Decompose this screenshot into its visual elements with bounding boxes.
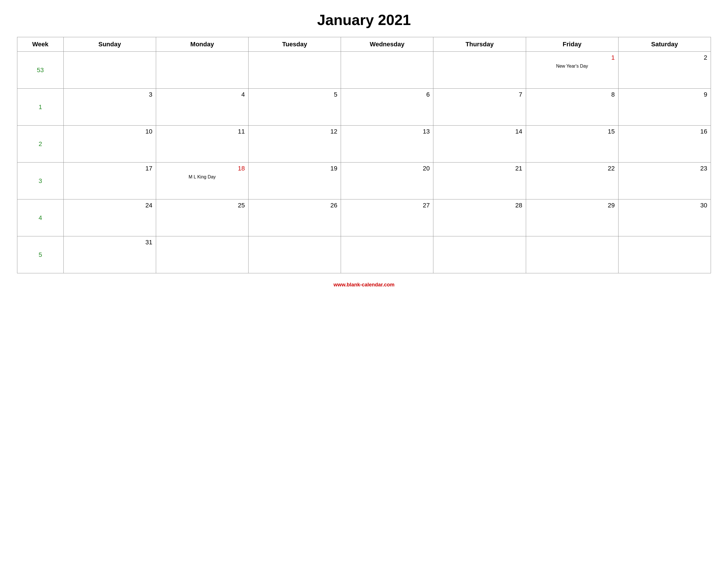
day-cell-saturday: 30 (618, 200, 711, 237)
week-number-cell: 53 (17, 52, 64, 89)
day-number: 23 (622, 165, 707, 172)
week-number-cell: 5 (17, 237, 64, 273)
day-cell-thursday: 14 (433, 126, 526, 163)
day-cell-thursday: 28 (433, 200, 526, 237)
day-cell-monday (156, 52, 248, 89)
week-number: 3 (39, 177, 42, 185)
day-cell-wednesday (341, 52, 433, 89)
calendar-row: 31718M L King Day1920212223 (17, 163, 711, 200)
column-header-friday: Friday (526, 37, 618, 52)
day-number: 14 (437, 128, 522, 135)
day-cell-monday: 11 (156, 126, 248, 163)
day-cell-saturday: 16 (618, 126, 711, 163)
day-cell-friday: 22 (526, 163, 618, 200)
day-cell-wednesday: 6 (341, 89, 433, 126)
day-number: 21 (437, 165, 522, 172)
day-number: 13 (344, 128, 430, 135)
day-cell-thursday: 21 (433, 163, 526, 200)
day-number: 30 (622, 202, 707, 209)
day-number: 31 (67, 239, 152, 246)
day-cell-tuesday: 5 (248, 89, 341, 126)
day-number: 11 (160, 128, 245, 135)
day-cell-sunday: 3 (63, 89, 156, 126)
day-cell-tuesday (248, 52, 341, 89)
day-cell-thursday: 7 (433, 89, 526, 126)
day-cell-friday: 1New Year's Day (526, 52, 618, 89)
day-number: 20 (344, 165, 430, 172)
day-cell-thursday (433, 237, 526, 273)
day-number: 2 (622, 54, 707, 61)
day-cell-wednesday: 27 (341, 200, 433, 237)
day-number: 17 (67, 165, 152, 172)
day-number: 9 (622, 91, 707, 98)
day-number: 25 (160, 202, 245, 209)
footer-link[interactable]: www.blank-calendar.com (334, 282, 394, 287)
day-cell-sunday: 24 (63, 200, 156, 237)
week-number: 1 (39, 103, 42, 111)
day-cell-saturday: 9 (618, 89, 711, 126)
column-header-sunday: Sunday (63, 37, 156, 52)
calendar-row: 531New Year's Day2 (17, 52, 711, 89)
day-number: 22 (530, 165, 615, 172)
day-number: 7 (437, 91, 522, 98)
day-number: 16 (622, 128, 707, 135)
column-header-saturday: Saturday (618, 37, 711, 52)
column-header-thursday: Thursday (433, 37, 526, 52)
day-cell-sunday (63, 52, 156, 89)
day-number: 27 (344, 202, 430, 209)
column-header-monday: Monday (156, 37, 248, 52)
day-cell-saturday: 2 (618, 52, 711, 89)
day-cell-saturday: 23 (618, 163, 711, 200)
week-number: 5 (39, 251, 42, 258)
column-header-week: Week (17, 37, 64, 52)
day-cell-friday: 29 (526, 200, 618, 237)
day-cell-sunday: 10 (63, 126, 156, 163)
day-cell-tuesday: 19 (248, 163, 341, 200)
day-cell-tuesday: 12 (248, 126, 341, 163)
calendar-row: 424252627282930 (17, 200, 711, 237)
day-number: 28 (437, 202, 522, 209)
day-number: 26 (252, 202, 337, 209)
column-header-tuesday: Tuesday (248, 37, 341, 52)
day-number: 3 (67, 91, 152, 98)
day-number: 24 (67, 202, 152, 209)
day-cell-tuesday: 26 (248, 200, 341, 237)
calendar-table: WeekSundayMondayTuesdayWednesdayThursday… (17, 37, 711, 273)
day-cell-wednesday: 20 (341, 163, 433, 200)
holiday-label: M L King Day (160, 174, 245, 180)
day-cell-monday: 25 (156, 200, 248, 237)
day-cell-friday: 8 (526, 89, 618, 126)
footer: www.blank-calendar.com (334, 282, 394, 288)
week-number-cell: 1 (17, 89, 64, 126)
day-cell-sunday: 31 (63, 237, 156, 273)
day-cell-sunday: 17 (63, 163, 156, 200)
week-number: 53 (37, 67, 44, 74)
week-number-cell: 2 (17, 126, 64, 163)
week-number-cell: 3 (17, 163, 64, 200)
day-cell-monday: 4 (156, 89, 248, 126)
column-header-wednesday: Wednesday (341, 37, 433, 52)
week-number: 2 (39, 140, 42, 148)
day-number: 19 (252, 165, 337, 172)
day-number: 4 (160, 91, 245, 98)
day-number: 5 (252, 91, 337, 98)
calendar-row: 210111213141516 (17, 126, 711, 163)
calendar-row: 531 (17, 237, 711, 273)
day-cell-friday: 15 (526, 126, 618, 163)
week-number-cell: 4 (17, 200, 64, 237)
day-cell-monday (156, 237, 248, 273)
day-number: 8 (530, 91, 615, 98)
holiday-label: New Year's Day (530, 63, 615, 69)
day-number: 29 (530, 202, 615, 209)
day-cell-saturday (618, 237, 711, 273)
day-number: 10 (67, 128, 152, 135)
day-number: 18 (160, 165, 245, 172)
day-number: 6 (344, 91, 430, 98)
calendar-row: 13456789 (17, 89, 711, 126)
day-number: 15 (530, 128, 615, 135)
day-cell-wednesday: 13 (341, 126, 433, 163)
day-number: 1 (530, 54, 615, 61)
day-cell-monday: 18M L King Day (156, 163, 248, 200)
day-cell-friday (526, 237, 618, 273)
day-cell-thursday (433, 52, 526, 89)
